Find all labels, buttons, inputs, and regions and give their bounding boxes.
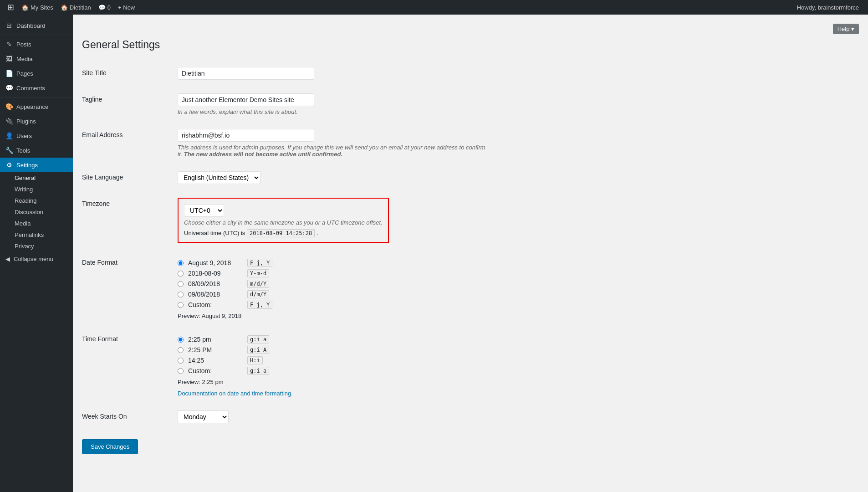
comments-link[interactable]: 💬 0: [95, 0, 114, 15]
sidebar-item-settings[interactable]: ⚙ Settings: [0, 158, 73, 172]
date-format-label-custom: Custom:: [188, 301, 243, 308]
time-format-radio-2[interactable]: [178, 347, 184, 353]
time-format-label: Time Format: [82, 326, 173, 404]
sidebar-item-media[interactable]: 🖼 Media: [0, 51, 73, 66]
date-format-option-custom: Custom: F j, Y: [178, 301, 487, 309]
collapse-icon: ◀: [5, 256, 10, 262]
utc-timestamp: 2018-08-09 14:25:28: [247, 229, 315, 237]
sidebar-item-comments[interactable]: 💬 Comments: [0, 81, 73, 95]
date-format-label-4: 09/08/2018: [188, 291, 243, 298]
date-format-code-2: Y-m-d: [247, 269, 269, 277]
site-language-label: Site Language: [82, 164, 173, 191]
wp-logo-icon: ⊞: [7, 2, 14, 12]
date-format-radio-custom[interactable]: [178, 302, 184, 308]
site-language-select[interactable]: English (United States): [178, 171, 260, 184]
new-content-label: + New: [118, 4, 135, 11]
new-content-link[interactable]: + New: [114, 0, 138, 15]
time-format-label-1: 2:25 pm: [188, 336, 243, 343]
sidebar-submenu-writing[interactable]: Writing: [0, 184, 73, 195]
sidebar-submenu-reading[interactable]: Reading: [0, 195, 73, 206]
tagline-row: Tagline In a few words, explain what thi…: [82, 87, 492, 122]
site-title-input[interactable]: [178, 67, 314, 80]
timezone-highlight-box: UTC+0 UTC-12 UTC-11 UTC-10 UTC+1 UTC+2 C…: [178, 198, 389, 243]
sidebar-item-posts-label: Posts: [16, 41, 31, 48]
sidebar-item-pages[interactable]: 📄 Pages: [0, 66, 73, 81]
site-icon: 🏠: [61, 4, 68, 11]
date-format-code-custom: F j, Y: [247, 301, 272, 309]
site-name-link[interactable]: 🏠 Dietitian: [57, 0, 95, 15]
save-changes-button[interactable]: Save Changes: [82, 439, 138, 454]
email-label: Email Address: [82, 122, 173, 164]
sidebar-item-appearance-label: Appearance: [16, 103, 48, 110]
collapse-menu-button[interactable]: ◀ Collapse menu: [0, 252, 73, 266]
time-format-option-1: 2:25 pm g:i a: [178, 335, 487, 343]
date-format-option-3: 08/09/2018 m/d/Y: [178, 280, 487, 288]
sidebar-submenu-discussion[interactable]: Discussion: [0, 206, 73, 218]
date-format-label: Date Format: [82, 250, 173, 326]
settings-icon: ⚙: [5, 161, 13, 169]
users-icon: 👤: [5, 132, 13, 139]
date-format-code-1: F j, Y: [247, 259, 272, 267]
time-format-radio-3[interactable]: [178, 358, 184, 364]
date-format-option-4: 09/08/2018 d/m/Y: [178, 290, 487, 298]
timezone-description: Choose either a city in the same timezon…: [184, 219, 383, 226]
posts-icon: ✎: [5, 41, 13, 48]
tagline-label: Tagline: [82, 87, 173, 122]
collapse-label: Collapse menu: [14, 256, 53, 262]
time-format-label-2: 2:25 PM: [188, 346, 243, 354]
help-button[interactable]: Help ▾: [833, 24, 859, 34]
sidebar-submenu-privacy[interactable]: Privacy: [0, 241, 73, 252]
week-starts-select[interactable]: Sunday Monday Tuesday Wednesday Thursday…: [178, 410, 229, 423]
wp-logo-link[interactable]: ⊞: [4, 0, 18, 15]
comments-menu-icon: 💬: [5, 84, 13, 92]
date-format-option-1: August 9, 2018 F j, Y: [178, 259, 487, 267]
sidebar-item-users[interactable]: 👤 Users: [0, 128, 73, 143]
sidebar-submenu-general[interactable]: General: [0, 172, 73, 184]
doc-link[interactable]: Documentation on date and time formattin…: [178, 390, 291, 397]
time-format-radio-1[interactable]: [178, 337, 184, 343]
comments-icon: 💬: [98, 4, 106, 11]
sidebar-item-pages-label: Pages: [16, 70, 33, 77]
week-starts-label: Week Starts On: [82, 404, 173, 430]
my-sites-link[interactable]: 🏠 My Sites: [18, 0, 57, 15]
email-row: Email Address This address is used for a…: [82, 122, 492, 164]
main-content: Help ▾ General Settings Site Title: [73, 15, 868, 492]
time-format-radio-custom[interactable]: [178, 368, 184, 374]
time-format-label-3: 14:25: [188, 357, 243, 364]
email-input[interactable]: [178, 129, 314, 142]
email-description: This address is used for admin purposes.…: [178, 144, 487, 158]
time-format-option-2: 2:25 PM g:i A: [178, 346, 487, 354]
date-format-label-1: August 9, 2018: [188, 259, 243, 266]
tagline-input[interactable]: [178, 93, 314, 106]
time-format-row: Time Format 2:25 pm g:i a 2:25 PM: [82, 326, 492, 404]
my-sites-icon: 🏠: [21, 4, 29, 11]
my-sites-label: My Sites: [31, 4, 53, 11]
time-format-option-3: 14:25 H:i: [178, 356, 487, 364]
date-format-radio-2[interactable]: [178, 271, 184, 277]
date-format-radio-4[interactable]: [178, 292, 184, 297]
sidebar-item-plugins[interactable]: 🔌 Plugins: [0, 114, 73, 128]
comments-count: 0: [107, 4, 111, 11]
timezone-label: Timezone: [82, 191, 173, 250]
sidebar-item-tools[interactable]: 🔧 Tools: [0, 143, 73, 158]
sidebar-submenu-permalinks[interactable]: Permalinks: [0, 229, 73, 241]
sidebar-submenu-media[interactable]: Media: [0, 218, 73, 229]
appearance-icon: 🎨: [5, 103, 13, 110]
date-format-label-3: 08/09/2018: [188, 280, 243, 287]
date-format-radio-3[interactable]: [178, 281, 184, 287]
sidebar-item-posts[interactable]: ✎ Posts: [0, 37, 73, 51]
time-format-code-1: g:i a: [247, 335, 269, 343]
week-starts-row: Week Starts On Sunday Monday Tuesday Wed…: [82, 404, 492, 430]
sidebar-item-appearance[interactable]: 🎨 Appearance: [0, 99, 73, 114]
page-title: General Settings: [82, 39, 492, 51]
sidebar-item-dashboard-label: Dashboard: [16, 22, 46, 29]
time-format-label-custom: Custom:: [188, 367, 243, 374]
time-format-code-3: H:i: [247, 356, 263, 364]
sidebar-item-dashboard[interactable]: ⊟ Dashboard: [0, 18, 73, 33]
timezone-select[interactable]: UTC+0 UTC-12 UTC-11 UTC-10 UTC+1 UTC+2: [184, 204, 224, 217]
tools-icon: 🔧: [5, 147, 13, 154]
date-format-row: Date Format August 9, 2018 F j, Y 2018-0…: [82, 250, 492, 326]
date-format-preview: Preview: August 9, 2018: [178, 313, 487, 319]
admin-bar: ⊞ 🏠 My Sites 🏠 Dietitian 💬 0 + New Howdy…: [0, 0, 868, 15]
date-format-radio-1[interactable]: [178, 260, 184, 266]
